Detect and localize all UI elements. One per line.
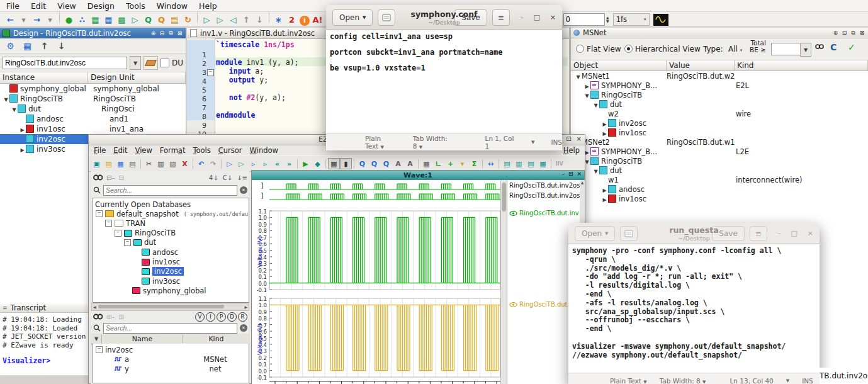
position-dropdown[interactable]: ▼ [531,140,534,145]
restore-icon[interactable]: ⊡ [566,135,571,142]
iv-mode-icon[interactable]: IIV [553,158,565,169]
signals-hscrollbar[interactable]: ◀ ▶ [91,303,249,311]
flat-view-radio[interactable]: Flat View [576,45,621,54]
hier-view-radio[interactable]: Hierarchical View [624,45,701,54]
descend-tab-icon[interactable]: ▷ [213,14,227,26]
panel-window-button-2[interactable]: ⧉ [850,30,857,37]
clear-search-icon[interactable]: ✕ [240,186,247,194]
msnet-tree-row[interactable]: ▶SYMPHONY_B... L2E [571,147,868,156]
cut-icon[interactable]: ✂ [143,158,155,169]
down-icon[interactable]: ↓ [55,40,68,52]
du-checkbox[interactable] [161,59,169,67]
signal-row[interactable]: y net [106,364,249,373]
redline-icon[interactable]: 2 [285,14,298,26]
zoom-out-icon[interactable]: Q [368,158,380,169]
db-tree-row[interactable]: − dut [124,238,156,247]
optimize-icon[interactable]: ∗ [272,14,285,26]
panel-window-button-0[interactable]: ⊕ [832,30,839,37]
total-be-dropdown[interactable]: ▼ [800,43,811,57]
text-content[interactable]: config cell=inv1_ana use=sp portcon subc… [326,30,562,133]
zoom-range-icon[interactable]: A [404,158,416,169]
expander-closed-icon[interactable]: ▶ [19,127,26,133]
expander-closed-icon[interactable]: ▶ [601,188,608,193]
close-icon[interactable]: × [577,135,582,142]
sum-icon[interactable]: Σ [468,158,480,169]
menu-help[interactable]: Help [199,1,217,11]
signal-label[interactable]: RingOsciTB.dut.inv2osc.a [509,192,580,199]
back-menu-icon[interactable]: ▾ [17,14,30,26]
design-tree-row[interactable]: ▼dut RingOsci [0,104,186,114]
db-tree-row[interactable]: − default_snapshot ( symphony.out/defaul… [96,209,249,218]
design-tree-row[interactable]: symphony_global symphony_global [0,84,186,94]
minimize-icon[interactable]: – [561,171,565,177]
ez-menu-window[interactable]: Window [250,146,278,155]
menu-design[interactable]: Design [87,1,115,11]
wave-titlebar[interactable]: Wave:1 – ⊡ × [252,171,584,180]
add-marker-icon[interactable]: + [444,158,456,169]
collapse-icon[interactable]: − [96,346,103,353]
msnet-tree-row[interactable]: ▼MSNet2 RingOsciTB.dut.w1 [571,137,868,147]
signal-row[interactable]: − inv2osc [96,345,240,354]
menu-view[interactable]: View [57,1,76,11]
expander-open-icon[interactable]: ▼ [575,74,582,80]
cursor-position[interactable]: Ln 1, Col 1 [485,135,515,150]
ez-menu-format[interactable]: Format [160,146,186,155]
descend-icon[interactable]: ▷ [200,14,213,26]
transcript-prompt[interactable]: Visualizer> [3,356,50,365]
expander-open-icon[interactable]: ▼ [592,103,599,108]
ez-menu-edit[interactable]: Edit [113,146,127,155]
tab-width-select[interactable]: Tab Width: 8 ▼ [660,377,706,384]
search-input[interactable] [103,323,237,334]
doc-type-select[interactable]: Plain Text ▼ [365,135,397,150]
ez-menu-cursor[interactable]: Cursor [218,146,242,155]
msnet-tree-row[interactable]: ▶andosc [571,184,868,194]
tab-width-select[interactable]: Tab Width: 8 ▼ [413,135,453,150]
layout-tree-icon[interactable]: ▤ [501,158,513,169]
memory-icon[interactable]: ▩ [115,14,128,26]
open-icon[interactable]: ▤ [103,158,115,169]
sort-order-icon[interactable]: ↓≡ [237,174,247,181]
design-tree-row[interactable]: andosc and1 [0,114,186,124]
ez-menu-view[interactable]: View [135,146,152,155]
zoom-full-icon[interactable]: Q [380,158,392,169]
db-tree-row[interactable]: − RingOsciTB [115,229,176,238]
marker-color-icon[interactable]: ▾ [456,158,468,169]
overlay-wave-icon[interactable]: ▹ [259,158,271,169]
msnet-tree-row[interactable]: ▼dut [571,99,868,109]
up-icon[interactable]: ↑ [38,40,51,52]
design-tree-row[interactable]: ▶inv1osc inv1_ana [0,124,186,134]
fit-x-icon[interactable]: ↔ [485,158,497,169]
save-button[interactable]: Save [712,226,744,241]
clear-search-icon[interactable]: ✕ [240,324,247,332]
db-tree-row[interactable]: inv2osc [133,267,184,276]
add-wave-icon[interactable]: ▷ [223,158,235,169]
sort-az-icon[interactable]: 4↓ [209,174,218,181]
find-in-design-icon[interactable]: Q [142,14,155,26]
undo-icon[interactable]: ↶ [195,158,207,169]
wave-viewer-icon[interactable] [653,14,668,26]
menu-button[interactable]: ≡ [492,9,510,26]
signal-label[interactable]: RingOsciTB.dut.inv2osc.y [509,182,580,189]
ez-menu-tools[interactable]: Tools [193,146,210,155]
incremental-view-icon[interactable]: ▦ [102,14,115,26]
settings-icon[interactable]: ⚙ [4,40,17,52]
filter-r-badge[interactable]: R [238,312,247,322]
zoom-in-icon[interactable]: Q [356,158,368,169]
menu-edit[interactable]: Edit [31,1,46,11]
restore-icon[interactable]: ⊡ [568,171,573,177]
ez-menu-help[interactable]: Help [563,146,580,155]
fold-icon[interactable]: − [207,69,214,76]
add-wave-window-icon[interactable]: ▷ [235,158,247,169]
filter-v-badge[interactable]: V [195,312,205,322]
search-input[interactable] [103,185,237,196]
layout-grid-icon[interactable]: ▦ [537,158,549,169]
shift-right-icon[interactable]: » [283,158,295,169]
design-table-header[interactable]: Instance Design Unit [0,72,186,84]
minimize-icon[interactable]: – [520,13,524,21]
msnet-tree-row[interactable]: ▼RingOsciTB [571,90,868,99]
find-icon[interactable] [815,43,824,53]
restart-icon[interactable]: ● [62,14,76,26]
open-button[interactable]: Open▼ [332,9,373,26]
msnet-panel-titlebar[interactable]: MSNet ⊕⊟⧉⊠ [571,28,868,38]
collapse-tree-icon[interactable]: ⊞ [118,313,123,320]
